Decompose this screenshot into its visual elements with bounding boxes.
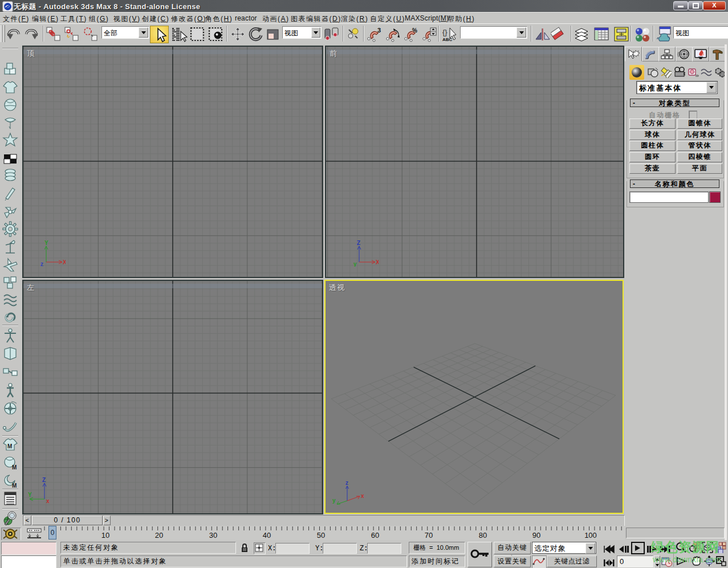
svg-text:x: x [46,498,50,504]
svg-text:X: X [376,259,379,265]
svg-text:M: M [12,464,17,471]
svg-text:z: z [345,480,348,486]
svg-text:Y: Y [28,492,32,498]
svg-text:z: z [40,261,43,267]
svg-text:Z: Z [357,240,360,246]
svg-text:y: y [332,497,336,504]
svg-text:M: M [12,483,17,489]
svg-text:ABC: ABC [442,37,453,42]
svg-text:X: X [63,259,66,265]
svg-text:M: M [7,443,12,450]
svg-text:Z: Z [42,477,46,483]
svg-text:3: 3 [377,27,381,34]
svg-text:x: x [361,493,364,499]
svg-text:%: % [412,27,417,34]
svg-text:y: y [353,261,357,267]
svg-text:{}: {} [442,28,448,36]
svg-text:Y: Y [44,240,48,246]
